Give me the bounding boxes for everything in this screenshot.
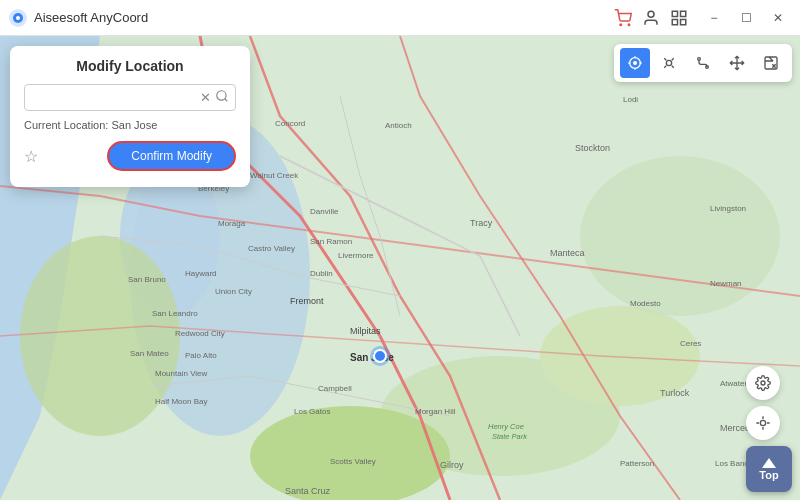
svg-text:Manteca: Manteca: [550, 248, 585, 258]
current-location-label: Current Location:: [24, 119, 108, 131]
search-row: ✕: [24, 84, 236, 111]
clear-search-icon[interactable]: ✕: [200, 90, 211, 105]
svg-text:Palo Alto: Palo Alto: [185, 351, 217, 360]
svg-text:Campbell: Campbell: [318, 384, 352, 393]
svg-text:Henry Coe: Henry Coe: [488, 422, 524, 431]
close-button[interactable]: ✕: [764, 4, 792, 32]
search-action-icons: ✕: [200, 89, 229, 106]
svg-text:Livermore: Livermore: [338, 251, 374, 260]
svg-text:Moraga: Moraga: [218, 219, 246, 228]
minimize-button[interactable]: −: [700, 4, 728, 32]
svg-point-5: [648, 11, 654, 17]
svg-text:Antioch: Antioch: [385, 121, 412, 130]
header-action-icons: [614, 9, 688, 27]
svg-point-72: [217, 91, 226, 100]
current-location-display: Current Location: San Jose: [24, 119, 236, 131]
location-pin: [373, 349, 387, 363]
user-icon[interactable]: [642, 9, 660, 27]
favorite-star-button[interactable]: ☆: [24, 147, 38, 166]
svg-rect-7: [681, 11, 686, 16]
svg-text:Danville: Danville: [310, 207, 339, 216]
app-title: Aiseesoft AnyCoord: [34, 10, 614, 25]
svg-point-64: [633, 61, 637, 65]
svg-text:Hayward: Hayward: [185, 269, 217, 278]
search-icon[interactable]: [215, 89, 229, 106]
svg-text:Tracy: Tracy: [470, 218, 493, 228]
svg-text:Dublin: Dublin: [310, 269, 333, 278]
svg-text:Stockton: Stockton: [575, 143, 610, 153]
svg-text:Concord: Concord: [275, 119, 305, 128]
map-bottom-controls: Top: [746, 366, 792, 492]
layout-icon[interactable]: [670, 9, 688, 27]
svg-text:Half Moon Bay: Half Moon Bay: [155, 397, 207, 406]
svg-rect-9: [672, 19, 677, 24]
svg-marker-71: [762, 458, 776, 468]
maximize-button[interactable]: ☐: [732, 4, 760, 32]
confirm-modify-button[interactable]: Confirm Modify: [107, 141, 236, 171]
panel-bottom-row: ☆ Confirm Modify: [24, 141, 236, 171]
svg-point-19: [580, 156, 780, 316]
svg-text:Lodi: Lodi: [623, 95, 638, 104]
location-tool-button[interactable]: [620, 48, 650, 78]
back-to-top-button[interactable]: Top: [746, 446, 792, 492]
svg-text:Fremont: Fremont: [290, 296, 324, 306]
svg-text:Scotts Valley: Scotts Valley: [330, 457, 376, 466]
locate-button[interactable]: [746, 406, 780, 440]
svg-text:San Leandro: San Leandro: [152, 309, 198, 318]
svg-text:San Mateo: San Mateo: [130, 349, 169, 358]
top-label: Top: [759, 470, 778, 481]
svg-text:Newman: Newman: [710, 279, 742, 288]
cart-icon[interactable]: [614, 9, 632, 27]
svg-text:Milpitas: Milpitas: [350, 326, 381, 336]
map-toolbar: [614, 44, 792, 82]
svg-text:Livingston: Livingston: [710, 204, 746, 213]
arrows-tool-button[interactable]: [722, 48, 752, 78]
svg-line-73: [225, 99, 228, 102]
svg-point-69: [761, 381, 765, 385]
svg-text:Union City: Union City: [215, 287, 252, 296]
svg-text:San Bruno: San Bruno: [128, 275, 166, 284]
main-area: Stockton Antioch Concord Tracy Manteca M…: [0, 36, 800, 500]
svg-text:Modesto: Modesto: [630, 299, 661, 308]
svg-point-70: [760, 420, 765, 425]
route-tool-button[interactable]: [688, 48, 718, 78]
svg-rect-6: [672, 11, 677, 16]
svg-text:Turlock: Turlock: [660, 388, 690, 398]
svg-text:Patterson: Patterson: [620, 459, 654, 468]
svg-text:Mountain View: Mountain View: [155, 369, 208, 378]
titlebar: Aiseesoft AnyCoord − ☐ ✕: [0, 0, 800, 36]
svg-text:Castro Valley: Castro Valley: [248, 244, 295, 253]
svg-point-17: [20, 236, 180, 436]
svg-text:Ceres: Ceres: [680, 339, 701, 348]
current-location-value: San Jose: [111, 119, 157, 131]
svg-text:Morgan Hill: Morgan Hill: [415, 407, 456, 416]
app-logo: [8, 8, 28, 28]
panel-title: Modify Location: [24, 58, 236, 74]
svg-text:Walnut Creek: Walnut Creek: [250, 171, 299, 180]
svg-point-2: [16, 16, 20, 20]
svg-text:Santa Cruz: Santa Cruz: [285, 486, 331, 496]
svg-text:San Ramon: San Ramon: [310, 237, 352, 246]
svg-text:Gilroy: Gilroy: [440, 460, 464, 470]
svg-point-3: [620, 24, 622, 26]
svg-point-66: [666, 60, 671, 65]
window-controls: − ☐ ✕: [700, 4, 792, 32]
svg-point-4: [628, 24, 630, 26]
svg-text:Los Gatos: Los Gatos: [294, 407, 330, 416]
location-search-input[interactable]: [31, 91, 200, 105]
svg-point-67: [698, 58, 701, 61]
settings-button[interactable]: [746, 366, 780, 400]
svg-text:State Park: State Park: [492, 432, 528, 441]
svg-rect-8: [681, 19, 686, 24]
svg-text:Redwood City: Redwood City: [175, 329, 225, 338]
satellite-tool-button[interactable]: [654, 48, 684, 78]
svg-text:Atwater: Atwater: [720, 379, 747, 388]
modify-location-panel: Modify Location ✕ Current Location: San …: [10, 46, 250, 187]
export-tool-button[interactable]: [756, 48, 786, 78]
